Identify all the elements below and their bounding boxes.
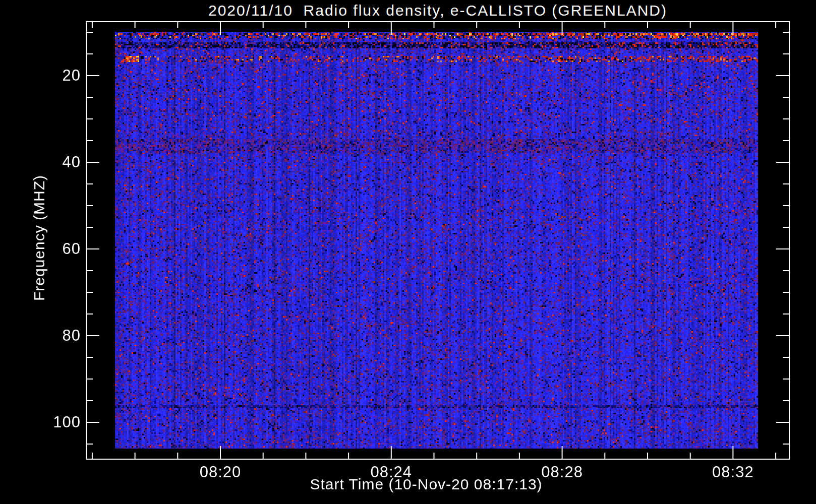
y-tick-label: 100: [44, 413, 81, 431]
spectrogram-canvas: [115, 32, 758, 449]
y-tick-label: 60: [44, 240, 81, 258]
chart-title: 2020/11/10 Radio flux density, e-CALLIST…: [86, 1, 790, 20]
y-tick-label: 80: [44, 327, 81, 345]
y-tick-label: 20: [44, 67, 81, 85]
y-tick-label: 40: [44, 153, 81, 171]
screenshot-root: 2020/11/10 Radio flux density, e-CALLIST…: [0, 0, 816, 504]
y-axis-title: Frequency (MHZ): [31, 175, 48, 301]
x-axis-title: Start Time (10-Nov-20 08:17:13): [86, 476, 767, 493]
